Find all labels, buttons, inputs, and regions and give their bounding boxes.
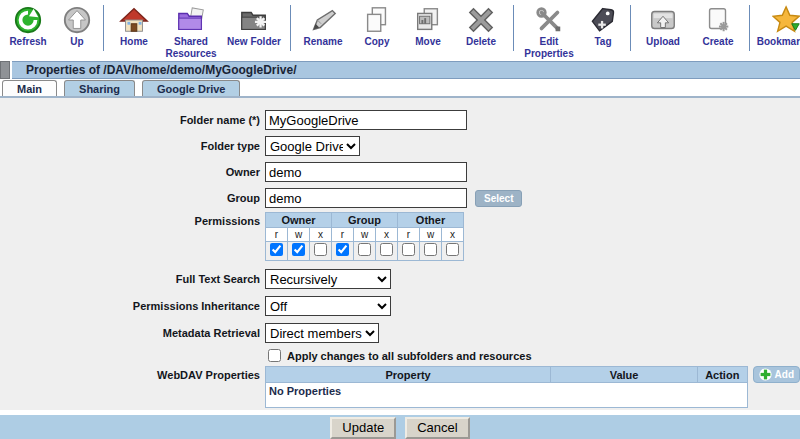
create-icon	[703, 4, 733, 36]
perm-owner-w-checkbox[interactable]	[292, 243, 305, 256]
toolbar-button-label: Create	[702, 36, 733, 48]
table-row: No Properties	[266, 383, 748, 408]
toolbar-button-label: Rename	[304, 36, 343, 48]
perm-bit-label: w	[354, 228, 376, 242]
toolbar-button-label: Edit Properties	[524, 36, 573, 59]
webdav-properties-label: WebDAV Properties	[0, 366, 265, 381]
toolbar-button-refresh[interactable]: Refresh	[1, 3, 55, 48]
toolbar-button-label: Copy	[365, 36, 390, 48]
toolbar-separator	[103, 5, 104, 51]
toolbar-button-rename[interactable]: Rename	[295, 3, 351, 48]
toolbar-button-new-folder[interactable]: New Folder	[222, 3, 286, 48]
titlebar-handle	[0, 61, 10, 79]
upload-icon	[648, 4, 678, 36]
perm-group-header: Group	[332, 213, 398, 228]
owner-row: Owner	[0, 162, 800, 182]
tab-google-drive[interactable]: Google Drive	[142, 80, 240, 96]
toolbar-button-label: Tag	[594, 36, 611, 48]
update-button[interactable]: Update	[330, 417, 396, 439]
tab-sharing[interactable]: Sharing	[64, 80, 135, 96]
webdav-properties-table: Property Value Action No Properties	[265, 366, 748, 408]
delete-x-icon	[466, 4, 496, 36]
footer-bar: Update Cancel	[0, 415, 800, 439]
perm-other-x-checkbox[interactable]	[446, 243, 459, 256]
owner-input[interactable]	[265, 162, 467, 182]
new-folder-icon	[239, 4, 269, 36]
toolbar-button-label: Bookmarklet	[757, 36, 800, 48]
toolbar-button-tag[interactable]: Tag	[580, 3, 626, 48]
toolbar-button-delete[interactable]: Delete	[453, 3, 509, 48]
folder-type-row: Folder type Google Drive	[0, 136, 800, 156]
perm-owner-r-checkbox[interactable]	[270, 243, 283, 256]
toolbar-button-copy[interactable]: Copy	[351, 3, 403, 48]
shared-folder-icon	[176, 4, 206, 36]
toolbar-button-create[interactable]: Create	[691, 3, 745, 48]
permissions-row: Permissions Owner Group Other r w x r w …	[0, 212, 800, 261]
perm-bit-label: r	[332, 228, 354, 242]
toolbar-button-home[interactable]: Home	[108, 3, 160, 48]
move-icon	[413, 4, 443, 36]
folder-name-label: Folder name (*)	[0, 114, 265, 126]
webdav-col-action: Action	[697, 367, 747, 383]
webdav-col-value: Value	[551, 367, 698, 383]
webdav-col-property: Property	[266, 367, 551, 383]
toolbar-button-up[interactable]: Up	[55, 3, 99, 48]
tools-icon	[534, 4, 564, 36]
toolbar-button-label: Upload	[646, 36, 680, 48]
page-title: Properties of /DAV/home/demo/MyGoogleDri…	[26, 63, 297, 77]
toolbar-button-label: Up	[70, 36, 83, 48]
perm-other-header: Other	[398, 213, 464, 228]
full-text-search-row: Full Text Search Recursively	[0, 269, 800, 289]
toolbar-button-label: Delete	[466, 36, 496, 48]
perm-owner-x-checkbox[interactable]	[314, 243, 327, 256]
toolbar-separator	[749, 5, 750, 51]
group-select-button[interactable]: Select	[475, 190, 522, 207]
toolbar-button-label: Shared Resources	[165, 36, 216, 59]
toolbar-button-upload[interactable]: Upload	[635, 3, 691, 48]
toolbar: Refresh Up Home Shared Resources New Fol…	[0, 0, 800, 60]
perm-group-x-checkbox[interactable]	[380, 243, 393, 256]
properties-form: Folder name (*) Folder type Google Drive…	[0, 98, 800, 410]
full-text-search-select[interactable]: Recursively	[265, 269, 391, 289]
titlebar: Properties of /DAV/home/demo/MyGoogleDri…	[0, 61, 800, 79]
permissions-inheritance-select[interactable]: Off	[265, 296, 391, 316]
apply-all-checkbox[interactable]	[268, 349, 281, 362]
toolbar-separator	[630, 5, 631, 51]
permissions-table: Owner Group Other r w x r w x r w x	[265, 212, 464, 261]
group-input[interactable]	[265, 188, 467, 208]
perm-other-r-checkbox[interactable]	[402, 243, 415, 256]
toolbar-button-bookmarklet[interactable]: Bookmarklet	[754, 3, 800, 48]
perm-group-r-checkbox[interactable]	[336, 243, 349, 256]
add-property-button[interactable]: Add	[753, 366, 800, 383]
perm-group-w-checkbox[interactable]	[358, 243, 371, 256]
folder-name-input[interactable]	[265, 110, 467, 130]
cancel-button[interactable]: Cancel	[405, 417, 469, 439]
full-text-search-label: Full Text Search	[0, 273, 265, 285]
tab-main[interactable]: Main	[2, 80, 57, 96]
rename-pen-icon	[308, 4, 338, 36]
titlebar-strip: Properties of /DAV/home/demo/MyGoogleDri…	[12, 61, 800, 79]
owner-label: Owner	[0, 166, 265, 178]
perm-bit-label: x	[442, 228, 464, 242]
up-icon	[62, 4, 92, 36]
perm-bit-label: r	[266, 228, 288, 242]
perm-other-w-checkbox[interactable]	[424, 243, 437, 256]
toolbar-separator	[290, 5, 291, 51]
tag-icon	[588, 4, 618, 36]
toolbar-button-label: Refresh	[9, 36, 46, 48]
toolbar-button-move[interactable]: Move	[403, 3, 453, 48]
toolbar-button-edit-properties[interactable]: Edit Properties	[518, 3, 580, 59]
toolbar-button-label: Move	[415, 36, 441, 48]
perm-bit-label: x	[310, 228, 332, 242]
group-label: Group	[0, 192, 265, 204]
metadata-retrieval-row: Metadata Retrieval Direct members	[0, 323, 800, 343]
metadata-retrieval-label: Metadata Retrieval	[0, 327, 265, 339]
metadata-retrieval-select[interactable]: Direct members	[265, 323, 379, 343]
folder-type-label: Folder type	[0, 140, 265, 152]
group-row: Group Select	[0, 188, 800, 208]
folder-type-select[interactable]: Google Drive	[265, 136, 360, 156]
perm-bit-label: w	[288, 228, 310, 242]
permissions-label: Permissions	[0, 212, 265, 227]
refresh-icon	[13, 4, 43, 36]
toolbar-button-shared-resources[interactable]: Shared Resources	[160, 3, 222, 59]
